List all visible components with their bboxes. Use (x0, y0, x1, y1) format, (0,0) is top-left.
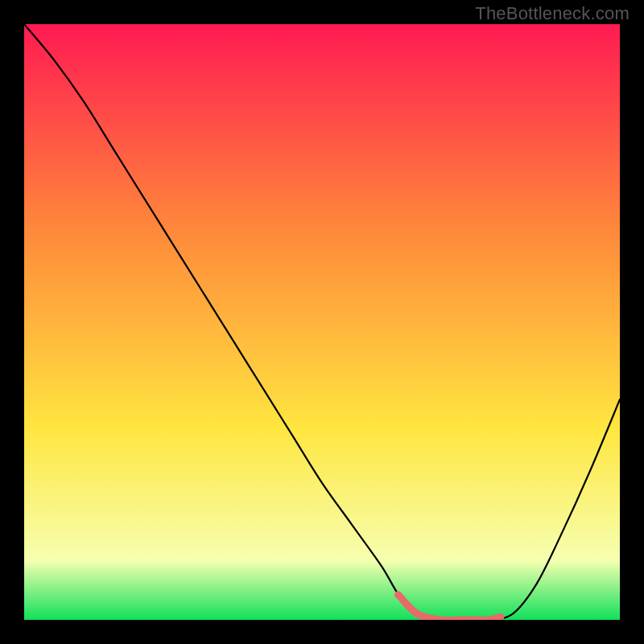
chart-curve-layer (24, 24, 620, 620)
watermark-text: TheBottleneck.com (475, 3, 630, 24)
bottleneck-curve (24, 24, 620, 620)
chart-plot-area (24, 24, 620, 620)
optimal-range-highlight (398, 595, 501, 620)
